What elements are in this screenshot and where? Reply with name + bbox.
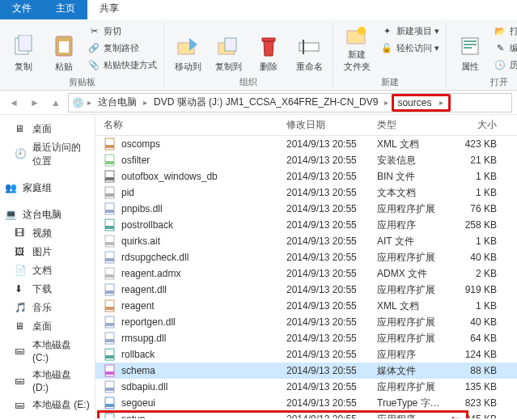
side-documents[interactable]: 📄文档 <box>0 261 95 280</box>
file-row[interactable]: rdsupgcheck.dll2014/9/13 20:55应用程序扩展40 K… <box>95 249 517 265</box>
file-row[interactable]: rollback2014/9/13 20:55应用程序124 KB <box>95 346 517 363</box>
file-name: sdbapiu.dll <box>121 381 167 392</box>
open-button[interactable]: 📂打开 ▾ <box>492 23 517 39</box>
new-item-button[interactable]: ✦新建项目 ▾ <box>379 23 441 39</box>
file-row[interactable]: pnpibs.dll2014/9/13 20:55应用程序扩展76 KB <box>95 201 517 217</box>
new-folder-button[interactable]: 新建 文件夹 <box>338 23 375 74</box>
file-row[interactable]: pid2014/9/13 20:55文本文档1 KB <box>95 185 517 201</box>
file-icon <box>104 251 117 264</box>
file-icon <box>104 332 117 345</box>
tab-home[interactable]: 主页 <box>44 0 87 19</box>
chevron-icon[interactable]: ▸ <box>142 98 149 107</box>
file-icon <box>104 154 117 167</box>
cut-button[interactable]: ✂剪切 <box>86 23 159 39</box>
videos-icon: 🎞 <box>15 227 28 240</box>
col-date[interactable]: 修改日期 <box>282 115 372 135</box>
side-recent[interactable]: 🕘最近访问的位置 <box>0 138 95 171</box>
file-size: 423 KB <box>453 135 502 153</box>
delete-button[interactable]: 删除 <box>250 23 287 74</box>
file-row[interactable]: outofbox_windows_db2014/9/13 20:55BIN 文件… <box>95 168 517 185</box>
breadcrumb-sources[interactable]: sources ▸ <box>392 94 450 112</box>
file-name: setup <box>121 414 145 418</box>
pc-icon: 💻 <box>5 209 18 222</box>
file-date: 2014/9/13 20:55 <box>282 135 372 153</box>
side-desktop2[interactable]: 🖥桌面 <box>0 317 95 336</box>
file-type: 应用程序 <box>372 409 453 419</box>
side-disk-c[interactable]: 🖴本地磁盘 (C:) <box>0 336 95 366</box>
delete-icon <box>256 33 282 59</box>
file-row[interactable]: reagent2014/9/13 20:55XML 文档1 KB <box>95 298 517 314</box>
breadcrumb-drive[interactable]: DVD 驱动器 (J:) JM1_CCSA_X64FRE_ZH-CN_DV9 <box>150 95 381 109</box>
svg-rect-1 <box>19 35 32 51</box>
file-row[interactable]: schema2014/9/13 20:55媒体文件88 KB <box>95 363 517 379</box>
nav-up[interactable]: ▲ <box>47 94 65 112</box>
easy-access-button[interactable]: 🔓轻松访问 ▾ <box>379 40 441 56</box>
svg-rect-27 <box>105 258 114 261</box>
side-disk-f[interactable]: 🖴本地磁盘 (F:) <box>0 414 95 418</box>
file-row[interactable]: setup2014/9/13 20:55应用程序245 KB⬅ <box>95 411 517 418</box>
nav-forward[interactable]: ► <box>26 94 44 112</box>
paste-shortcut-button[interactable]: 📎粘贴快捷方式 <box>86 57 159 73</box>
rename-button[interactable]: 重命名 <box>290 23 328 74</box>
edit-button[interactable]: ✎编辑 <box>492 40 517 56</box>
title-tabs: 文件 主页 共享 <box>0 0 517 19</box>
file-row[interactable]: quirks.ait2014/9/13 20:55AIT 文件1 KB <box>95 233 517 249</box>
side-downloads[interactable]: ⬇下载 <box>0 280 95 299</box>
nav-back[interactable]: ◄ <box>5 94 23 112</box>
file-name: pid <box>121 187 134 198</box>
side-disk-e[interactable]: 🖴本地磁盘 (E:) <box>0 396 95 414</box>
file-size: 2 KB <box>453 265 502 282</box>
paste-button[interactable]: 粘贴 <box>45 23 83 74</box>
properties-button[interactable]: 属性 <box>451 23 489 74</box>
file-row[interactable]: segoeui2014/9/13 20:55TrueType 字体文件823 K… <box>95 395 517 411</box>
side-music[interactable]: 🎵音乐 <box>0 299 95 317</box>
homegroup-icon: 👥 <box>5 182 18 195</box>
svg-rect-19 <box>105 193 114 197</box>
file-row[interactable]: reagent.admx2014/9/13 20:55ADMX 文件2 KB <box>95 265 517 282</box>
chevron-icon[interactable]: ▸ <box>383 98 390 107</box>
copyto-icon <box>215 33 241 59</box>
copy-button[interactable]: 复制 <box>5 23 42 74</box>
file-row[interactable]: reportgen.dll2014/9/13 20:55应用程序扩展40 KB <box>95 314 517 330</box>
side-this-pc[interactable]: 💻这台电脑 <box>0 206 95 224</box>
file-size: 1 KB <box>453 232 502 250</box>
col-size[interactable]: 大小 <box>453 115 502 135</box>
file-size: 88 KB <box>453 362 502 380</box>
file-icon <box>104 235 117 248</box>
side-pictures[interactable]: 🖼图片 <box>0 243 95 261</box>
file-icon <box>104 380 117 393</box>
copy-path-button[interactable]: 🔗复制路径 <box>86 40 159 56</box>
file-icon <box>104 186 117 199</box>
file-row[interactable]: sdbapiu.dll2014/9/13 20:55应用程序扩展135 KB <box>95 379 517 395</box>
file-row[interactable]: osfilter2014/9/13 20:55安装信息21 KB <box>95 152 517 168</box>
tab-share[interactable]: 共享 <box>87 0 131 19</box>
file-icon <box>104 413 117 418</box>
breadcrumb-this-pc[interactable]: 这台电脑 <box>95 95 140 109</box>
edit-icon: ✎ <box>494 41 506 54</box>
file-size: 135 KB <box>453 378 502 396</box>
file-date: 2014/9/13 20:55 <box>282 394 372 412</box>
side-disk-d[interactable]: 🖴本地磁盘 (D:) <box>0 366 95 396</box>
file-row[interactable]: oscomps2014/9/13 20:55XML 文档423 KB <box>95 136 517 152</box>
desktop-icon: 🖥 <box>15 320 28 333</box>
chevron-icon[interactable]: ▸ <box>86 98 93 107</box>
file-row[interactable]: reagent.dll2014/9/13 20:55应用程序扩展919 KB <box>95 282 517 298</box>
side-videos[interactable]: 🎞视频 <box>0 224 95 243</box>
file-row[interactable]: rmsupg.dll2014/9/13 20:55应用程序扩展64 KB <box>95 330 517 346</box>
file-date: 2014/9/13 20:55 <box>282 265 372 282</box>
breadcrumb[interactable]: 💿 ▸ 这台电脑 ▸ DVD 驱动器 (J:) JM1_CCSA_X64FRE_… <box>68 93 512 112</box>
copyto-button[interactable]: 复制到 <box>210 23 247 74</box>
file-size: 76 KB <box>453 200 502 218</box>
side-desktop[interactable]: 🖥桌面 <box>0 120 95 138</box>
svg-rect-46 <box>105 414 114 418</box>
col-type[interactable]: 类型 <box>372 115 453 135</box>
ribbon: 复制 粘贴 ✂剪切 🔗复制路径 📎粘贴快捷方式 剪贴板 移动到 复制到 删除 重… <box>0 19 517 91</box>
svg-rect-31 <box>105 291 114 294</box>
col-name[interactable]: 名称 <box>95 115 282 135</box>
side-homegroup[interactable]: 👥家庭组 <box>0 179 95 197</box>
moveto-button[interactable]: 移动到 <box>169 23 206 74</box>
file-row[interactable]: postrollback2014/9/13 20:55应用程序258 KB <box>95 217 517 233</box>
tab-file[interactable]: 文件 <box>0 0 44 19</box>
history-button[interactable]: 🕓历史记录 <box>492 57 517 73</box>
ribbon-group-clipboard: 复制 粘贴 ✂剪切 🔗复制路径 📎粘贴快捷方式 剪贴板 <box>0 23 164 88</box>
